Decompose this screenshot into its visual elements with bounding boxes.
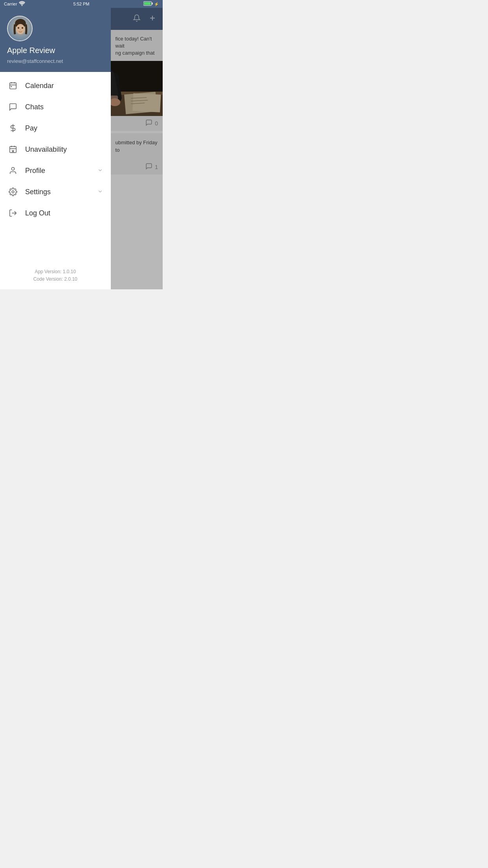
- logout-icon: [8, 209, 18, 217]
- main-container: Apple Review review@staffconnect.net Cal…: [0, 8, 163, 289]
- battery-icon: [143, 1, 153, 7]
- logout-label: Log Out: [25, 209, 103, 217]
- dollar-icon: [8, 124, 18, 132]
- status-bar: Carrier 5:52 PM ⚡: [0, 0, 163, 8]
- chats-icon: [8, 103, 18, 111]
- unavailability-icon: [8, 145, 18, 154]
- code-version: Code Version: 2.0.10: [6, 276, 105, 283]
- profile-label: Profile: [25, 167, 90, 175]
- svg-point-21: [11, 167, 14, 170]
- sidebar: Apple Review review@staffconnect.net Cal…: [0, 8, 111, 289]
- settings-chevron-icon: [97, 189, 103, 195]
- status-time: 5:52 PM: [73, 2, 90, 6]
- svg-rect-2: [152, 3, 153, 5]
- wifi-icon: [19, 1, 25, 7]
- sidebar-item-chats[interactable]: Chats: [0, 96, 111, 118]
- pay-label: Pay: [25, 124, 103, 132]
- person-icon: [8, 166, 18, 175]
- status-left: Carrier: [4, 1, 25, 7]
- gear-icon: [8, 188, 18, 196]
- sidebar-header: Apple Review review@staffconnect.net: [0, 8, 111, 72]
- svg-rect-15: [10, 147, 17, 153]
- sidebar-email: review@staffconnect.net: [7, 58, 104, 64]
- calendar-icon: [8, 81, 18, 90]
- sidebar-item-pay[interactable]: Pay: [0, 118, 111, 139]
- svg-point-22: [12, 191, 14, 193]
- avatar-svg: [8, 17, 33, 41]
- unavailability-label: Unavailability: [25, 145, 103, 154]
- settings-label: Settings: [25, 188, 90, 196]
- calendar-label: Calendar: [25, 82, 103, 90]
- sidebar-username: Apple Review: [7, 46, 104, 55]
- sidebar-item-settings[interactable]: Settings: [0, 181, 111, 202]
- svg-point-0: [21, 5, 22, 6]
- svg-point-8: [22, 27, 23, 29]
- sidebar-item-calendar[interactable]: Calendar: [0, 75, 111, 96]
- sidebar-item-profile[interactable]: Profile: [0, 160, 111, 181]
- charging-icon: ⚡: [154, 2, 159, 6]
- sidebar-nav: Calendar Chats Pay: [0, 72, 111, 262]
- status-right: ⚡: [143, 1, 159, 7]
- svg-rect-13: [11, 86, 12, 87]
- backdrop-overlay[interactable]: [111, 8, 163, 289]
- chats-label: Chats: [25, 103, 103, 111]
- svg-point-7: [18, 27, 19, 29]
- profile-chevron-icon: [97, 167, 103, 174]
- avatar: [7, 16, 33, 41]
- carrier-label: Carrier: [4, 2, 17, 6]
- sidebar-item-unavailability[interactable]: Unavailability: [0, 139, 111, 160]
- app-version: App Version: 1.0.10: [6, 268, 105, 276]
- svg-rect-9: [10, 83, 17, 89]
- sidebar-footer: App Version: 1.0.10 Code Version: 2.0.10: [0, 262, 111, 289]
- svg-rect-3: [144, 2, 151, 5]
- sidebar-item-logout[interactable]: Log Out: [0, 202, 111, 224]
